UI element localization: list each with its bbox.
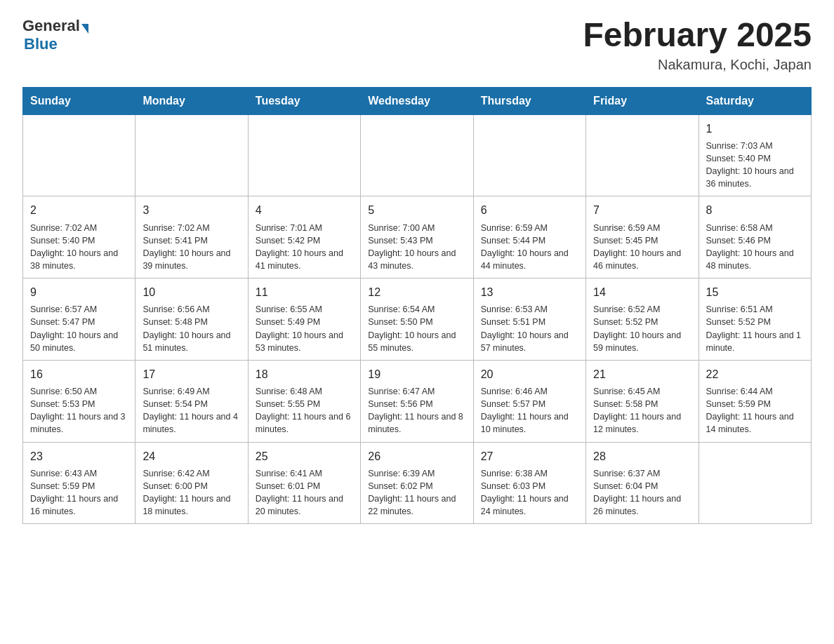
day-number: 8 <box>706 202 804 218</box>
month-title: February 2025 <box>583 17 812 54</box>
day-info: Sunrise: 6:56 AM Sunset: 5:48 PM Dayligh… <box>143 303 240 354</box>
day-number: 24 <box>143 448 240 464</box>
day-number: 20 <box>481 366 578 382</box>
logo-arrow-icon <box>81 24 88 34</box>
day-info: Sunrise: 6:54 AM Sunset: 5:50 PM Dayligh… <box>368 303 465 354</box>
day-info: Sunrise: 7:01 AM Sunset: 5:42 PM Dayligh… <box>256 222 353 273</box>
day-info: Sunrise: 6:49 AM Sunset: 5:54 PM Dayligh… <box>143 385 240 436</box>
week-row-4: 16Sunrise: 6:50 AM Sunset: 5:53 PM Dayli… <box>23 360 812 442</box>
week-row-2: 2Sunrise: 7:02 AM Sunset: 5:40 PM Daylig… <box>23 196 812 279</box>
day-info: Sunrise: 6:41 AM Sunset: 6:01 PM Dayligh… <box>256 467 353 518</box>
day-info: Sunrise: 7:02 AM Sunset: 5:40 PM Dayligh… <box>30 222 128 273</box>
day-number: 27 <box>481 448 578 464</box>
day-info: Sunrise: 6:53 AM Sunset: 5:51 PM Dayligh… <box>481 303 578 354</box>
day-number: 28 <box>593 448 691 464</box>
day-info: Sunrise: 6:52 AM Sunset: 5:52 PM Dayligh… <box>593 303 691 354</box>
weekday-header-sunday: Sunday <box>23 87 135 114</box>
day-number: 13 <box>481 284 578 300</box>
calendar-cell: 8Sunrise: 6:58 AM Sunset: 5:46 PM Daylig… <box>699 196 811 279</box>
day-info: Sunrise: 6:55 AM Sunset: 5:49 PM Dayligh… <box>256 303 353 354</box>
week-row-1: 1Sunrise: 7:03 AM Sunset: 5:40 PM Daylig… <box>23 114 812 196</box>
calendar-cell: 19Sunrise: 6:47 AM Sunset: 5:56 PM Dayli… <box>361 360 473 442</box>
calendar-cell: 2Sunrise: 7:02 AM Sunset: 5:40 PM Daylig… <box>23 196 135 279</box>
calendar-cell: 10Sunrise: 6:56 AM Sunset: 5:48 PM Dayli… <box>135 279 248 361</box>
calendar-cell: 6Sunrise: 6:59 AM Sunset: 5:44 PM Daylig… <box>473 196 585 279</box>
calendar-cell <box>248 114 360 196</box>
day-info: Sunrise: 6:44 AM Sunset: 5:59 PM Dayligh… <box>706 385 804 436</box>
day-number: 18 <box>256 366 353 382</box>
day-info: Sunrise: 6:57 AM Sunset: 5:47 PM Dayligh… <box>30 303 128 354</box>
calendar-cell: 22Sunrise: 6:44 AM Sunset: 5:59 PM Dayli… <box>699 360 811 442</box>
calendar-cell: 28Sunrise: 6:37 AM Sunset: 6:04 PM Dayli… <box>586 442 699 524</box>
day-info: Sunrise: 6:47 AM Sunset: 5:56 PM Dayligh… <box>368 385 465 436</box>
calendar-cell: 24Sunrise: 6:42 AM Sunset: 6:00 PM Dayli… <box>135 442 248 524</box>
calendar-cell: 18Sunrise: 6:48 AM Sunset: 5:55 PM Dayli… <box>248 360 360 442</box>
day-number: 15 <box>706 284 804 300</box>
day-info: Sunrise: 6:50 AM Sunset: 5:53 PM Dayligh… <box>30 385 128 436</box>
day-number: 12 <box>368 284 465 300</box>
day-info: Sunrise: 6:58 AM Sunset: 5:46 PM Dayligh… <box>706 222 804 273</box>
calendar-cell: 4Sunrise: 7:01 AM Sunset: 5:42 PM Daylig… <box>248 196 360 279</box>
title-block: February 2025 Nakamura, Kochi, Japan <box>583 17 812 73</box>
weekday-header-tuesday: Tuesday <box>248 87 360 114</box>
logo-blue-text: Blue <box>24 35 58 53</box>
day-info: Sunrise: 7:03 AM Sunset: 5:40 PM Dayligh… <box>706 140 804 191</box>
day-number: 25 <box>256 448 353 464</box>
calendar-cell: 16Sunrise: 6:50 AM Sunset: 5:53 PM Dayli… <box>23 360 135 442</box>
calendar-cell: 13Sunrise: 6:53 AM Sunset: 5:51 PM Dayli… <box>473 279 585 361</box>
calendar-cell: 11Sunrise: 6:55 AM Sunset: 5:49 PM Dayli… <box>248 279 360 361</box>
calendar-cell: 20Sunrise: 6:46 AM Sunset: 5:57 PM Dayli… <box>473 360 585 442</box>
weekday-header-wednesday: Wednesday <box>361 87 473 114</box>
day-info: Sunrise: 7:00 AM Sunset: 5:43 PM Dayligh… <box>368 222 465 273</box>
day-number: 2 <box>30 202 128 218</box>
day-info: Sunrise: 6:46 AM Sunset: 5:57 PM Dayligh… <box>481 385 578 436</box>
day-number: 5 <box>368 202 465 218</box>
calendar-cell <box>699 442 811 524</box>
day-number: 16 <box>30 366 128 382</box>
calendar-cell: 12Sunrise: 6:54 AM Sunset: 5:50 PM Dayli… <box>361 279 473 361</box>
logo-general-text: General <box>22 17 80 35</box>
day-number: 11 <box>256 284 353 300</box>
weekday-header-thursday: Thursday <box>473 87 585 114</box>
calendar-table: SundayMondayTuesdayWednesdayThursdayFrid… <box>22 87 812 524</box>
day-info: Sunrise: 6:51 AM Sunset: 5:52 PM Dayligh… <box>706 303 804 354</box>
day-number: 21 <box>593 366 691 382</box>
day-number: 26 <box>368 448 465 464</box>
weekday-header-friday: Friday <box>586 87 699 114</box>
calendar-cell: 17Sunrise: 6:49 AM Sunset: 5:54 PM Dayli… <box>135 360 248 442</box>
day-info: Sunrise: 6:48 AM Sunset: 5:55 PM Dayligh… <box>256 385 353 436</box>
day-info: Sunrise: 6:45 AM Sunset: 5:58 PM Dayligh… <box>593 385 691 436</box>
location: Nakamura, Kochi, Japan <box>583 57 812 73</box>
calendar-cell <box>473 114 585 196</box>
day-number: 6 <box>481 202 578 218</box>
page-header: General Blue February 2025 Nakamura, Koc… <box>22 17 812 73</box>
day-number: 14 <box>593 284 691 300</box>
day-info: Sunrise: 7:02 AM Sunset: 5:41 PM Dayligh… <box>143 222 240 273</box>
day-info: Sunrise: 6:37 AM Sunset: 6:04 PM Dayligh… <box>593 467 691 518</box>
day-info: Sunrise: 6:42 AM Sunset: 6:00 PM Dayligh… <box>143 467 240 518</box>
week-row-3: 9Sunrise: 6:57 AM Sunset: 5:47 PM Daylig… <box>23 279 812 361</box>
day-info: Sunrise: 6:43 AM Sunset: 5:59 PM Dayligh… <box>30 467 128 518</box>
day-number: 7 <box>593 202 691 218</box>
day-number: 23 <box>30 448 128 464</box>
day-number: 17 <box>143 366 240 382</box>
weekday-header-saturday: Saturday <box>699 87 811 114</box>
day-info: Sunrise: 6:39 AM Sunset: 6:02 PM Dayligh… <box>368 467 465 518</box>
weekday-header-monday: Monday <box>135 87 248 114</box>
week-row-5: 23Sunrise: 6:43 AM Sunset: 5:59 PM Dayli… <box>23 442 812 524</box>
day-info: Sunrise: 6:59 AM Sunset: 5:45 PM Dayligh… <box>593 222 691 273</box>
calendar-cell: 25Sunrise: 6:41 AM Sunset: 6:01 PM Dayli… <box>248 442 360 524</box>
calendar-cell: 15Sunrise: 6:51 AM Sunset: 5:52 PM Dayli… <box>699 279 811 361</box>
logo: General Blue <box>22 17 90 53</box>
day-info: Sunrise: 6:59 AM Sunset: 5:44 PM Dayligh… <box>481 222 578 273</box>
calendar-cell: 21Sunrise: 6:45 AM Sunset: 5:58 PM Dayli… <box>586 360 699 442</box>
calendar-cell <box>135 114 248 196</box>
day-number: 3 <box>143 202 240 218</box>
calendar-cell: 14Sunrise: 6:52 AM Sunset: 5:52 PM Dayli… <box>586 279 699 361</box>
calendar-cell: 27Sunrise: 6:38 AM Sunset: 6:03 PM Dayli… <box>473 442 585 524</box>
calendar-cell: 1Sunrise: 7:03 AM Sunset: 5:40 PM Daylig… <box>699 114 811 196</box>
calendar-cell: 5Sunrise: 7:00 AM Sunset: 5:43 PM Daylig… <box>361 196 473 279</box>
calendar-cell: 23Sunrise: 6:43 AM Sunset: 5:59 PM Dayli… <box>23 442 135 524</box>
calendar-cell <box>23 114 135 196</box>
day-number: 22 <box>706 366 804 382</box>
